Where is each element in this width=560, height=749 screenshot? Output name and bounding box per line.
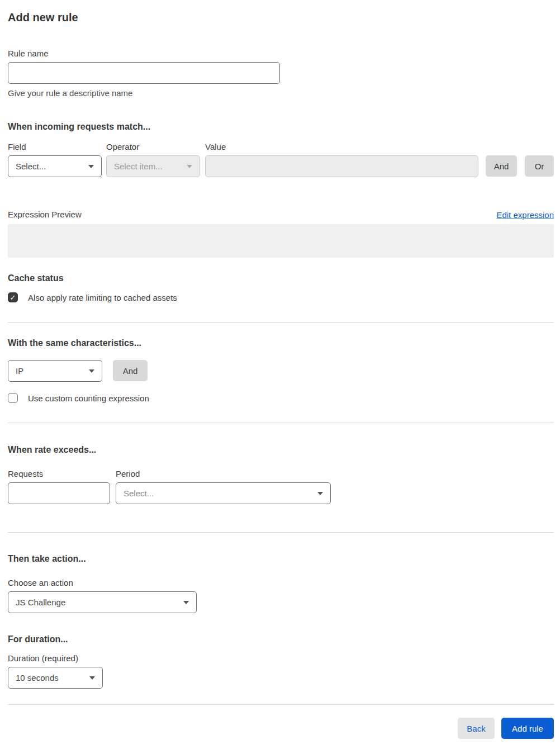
characteristics-row: IP And — [8, 360, 554, 382]
action-select[interactable]: JS Challenge — [8, 591, 197, 613]
characteristics-heading: With the same characteristics... — [8, 337, 554, 349]
add-rule-form: Add new rule Rule name Give your rule a … — [0, 0, 560, 745]
footer-actions: Back Add rule — [8, 718, 554, 739]
operator-label: Operator — [106, 141, 200, 152]
divider — [8, 322, 554, 323]
operator-select-value: Select item... — [114, 162, 163, 171]
chevron-down-icon — [89, 369, 94, 373]
value-input — [205, 155, 478, 177]
field-label: Field — [8, 141, 102, 152]
cache-checkbox[interactable]: ✓ — [8, 292, 18, 302]
duration-label: Duration (required) — [8, 653, 554, 663]
field-select[interactable]: Select... — [8, 155, 102, 177]
characteristics-select-value: IP — [16, 366, 23, 376]
requests-label: Requests — [8, 468, 110, 479]
rate-row: Requests Period Select... — [8, 468, 554, 504]
action-heading: Then take action... — [8, 553, 554, 565]
rule-name-label: Rule name — [8, 48, 554, 59]
divider — [8, 423, 554, 423]
expression-preview-box — [8, 224, 554, 258]
chevron-down-icon — [317, 492, 323, 495]
operator-select: Select item... — [106, 155, 200, 177]
requests-input[interactable] — [8, 482, 110, 504]
custom-expression-label: Use custom counting expression — [28, 394, 149, 403]
add-rule-button[interactable]: Add rule — [501, 718, 554, 739]
match-section-heading: When incoming requests match... — [8, 121, 554, 132]
cache-checkbox-label: Also apply rate limiting to cached asset… — [28, 293, 177, 302]
rate-heading: When rate exceeds... — [8, 444, 554, 456]
chevron-down-icon — [183, 601, 189, 604]
page-title: Add new rule — [8, 10, 554, 25]
rule-name-help: Give your rule a descriptive name — [8, 88, 554, 98]
value-label: Value — [205, 141, 478, 152]
expression-header: Expression Preview Edit expression — [8, 209, 554, 220]
divider — [8, 704, 554, 705]
match-row: Field Select... Operator Select item... … — [8, 141, 554, 177]
period-select[interactable]: Select... — [116, 482, 331, 504]
cache-status-heading: Cache status — [8, 272, 554, 284]
expression-preview-label: Expression Preview — [8, 209, 82, 220]
action-select-value: JS Challenge — [16, 598, 65, 607]
chevron-down-icon — [89, 676, 95, 680]
rule-name-input[interactable] — [8, 62, 280, 84]
choose-action-label: Choose an action — [8, 577, 554, 588]
period-select-value: Select... — [124, 489, 154, 498]
custom-expression-row: Use custom counting expression — [8, 393, 554, 403]
divider — [8, 532, 554, 533]
field-select-value: Select... — [16, 162, 46, 171]
characteristics-and-button[interactable]: And — [113, 360, 148, 381]
edit-expression-link[interactable]: Edit expression — [496, 210, 554, 220]
check-icon: ✓ — [10, 294, 16, 301]
cache-checkbox-row: ✓ Also apply rate limiting to cached ass… — [8, 292, 554, 302]
and-button[interactable]: And — [486, 155, 517, 177]
period-label: Period — [116, 468, 331, 479]
back-button[interactable]: Back — [458, 718, 495, 739]
duration-select-value: 10 seconds — [16, 673, 59, 682]
duration-select[interactable]: 10 seconds — [8, 667, 103, 689]
or-button[interactable]: Or — [525, 155, 554, 177]
chevron-down-icon — [88, 165, 94, 168]
characteristics-select[interactable]: IP — [8, 360, 102, 382]
custom-expression-checkbox[interactable] — [8, 393, 18, 403]
chevron-down-icon — [187, 165, 192, 168]
duration-heading: For duration... — [8, 633, 554, 645]
